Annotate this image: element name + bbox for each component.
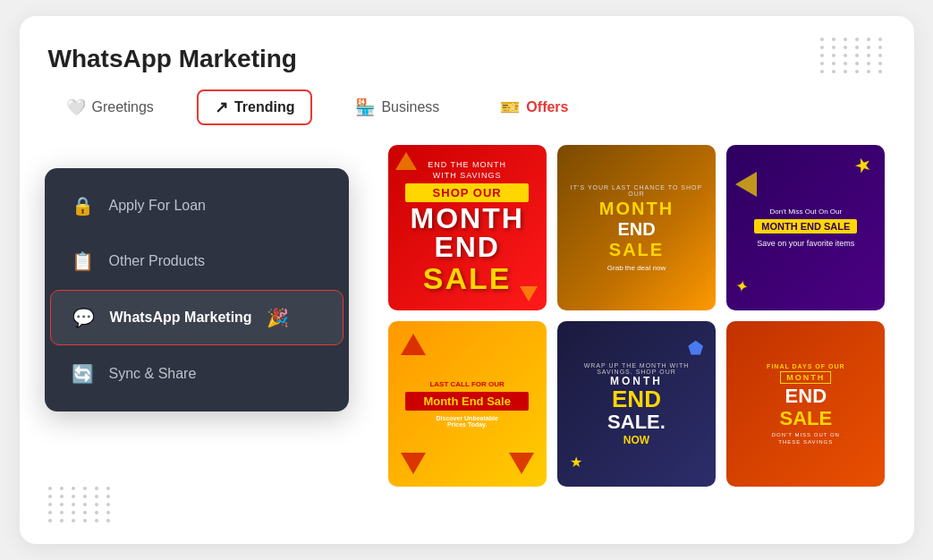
sidebar-item-apply-for-loan[interactable]: 🔒 Apply For Loan (50, 179, 344, 233)
greetings-icon: 🤍 (66, 98, 86, 117)
whatsapp-marketing-label: WhatsApp Marketing (110, 310, 252, 326)
grid-card-6[interactable]: FINAL DAYS OF OUR MONTH END SALE DON'T M… (726, 321, 885, 487)
sidebar-item-sync-share[interactable]: 🔄 Sync & Share (50, 347, 344, 401)
image-grid: END THE MONTH WITH SAVINGS SHOP OUR MONT… (388, 145, 886, 487)
trending-icon: ↗ (215, 98, 228, 117)
other-products-icon: 📋 (72, 250, 95, 272)
business-icon: 🏪 (355, 98, 375, 117)
main-card: WhatsApp Marketing 🤍 Greetings ↗ Trendin… (20, 16, 914, 544)
decorative-dots-bottom (48, 487, 114, 522)
page-title: WhatsApp Marketing (48, 45, 886, 73)
grid-card-4[interactable]: Last Call For Our Month End Sale Discove… (388, 321, 547, 487)
tab-offers[interactable]: 🎫 Offers (482, 89, 586, 125)
sync-share-label: Sync & Share (109, 366, 197, 382)
grid-card-5[interactable]: WRAP UP THE MONTH WITH SAVINGS. SHOP OUR… (557, 321, 716, 487)
grid-card-1[interactable]: END THE MONTH WITH SAVINGS SHOP OUR MONT… (388, 145, 547, 310)
party-icon: 🎉 (267, 307, 289, 328)
sync-icon: 🔄 (72, 363, 95, 385)
tabs-row: 🤍 Greetings ↗ Trending 🏪 Business 🎫 Offe… (48, 89, 886, 125)
tab-business-label: Business (381, 99, 439, 115)
tab-trending-label: Trending (234, 99, 295, 115)
loan-icon: 🔒 (72, 195, 95, 216)
decorative-dots-top (820, 38, 886, 73)
sidebar-item-whatsapp-marketing[interactable]: 💬 WhatsApp Marketing 🎉 (50, 290, 344, 345)
sidebar-menu: 🔒 Apply For Loan 📋 Other Products 💬 What… (45, 168, 349, 412)
apply-for-loan-label: Apply For Loan (109, 198, 207, 214)
tab-greetings-label: Greetings (92, 99, 154, 115)
tab-offers-label: Offers (526, 99, 568, 115)
sidebar-item-other-products[interactable]: 📋 Other Products (50, 234, 344, 288)
offers-icon: 🎫 (500, 98, 520, 117)
grid-card-2[interactable]: IT'S YOUR LAST CHANCE TO SHOP OUR MONTH … (557, 145, 716, 310)
grid-card-3[interactable]: Don't Miss Out On Our MONTH END SALE Sav… (726, 145, 885, 310)
tab-business[interactable]: 🏪 Business (337, 89, 457, 125)
tab-greetings[interactable]: 🤍 Greetings (48, 89, 172, 125)
tab-trending[interactable]: ↗ Trending (197, 89, 313, 125)
other-products-label: Other Products (109, 253, 206, 269)
whatsapp-icon: 💬 (72, 307, 96, 328)
